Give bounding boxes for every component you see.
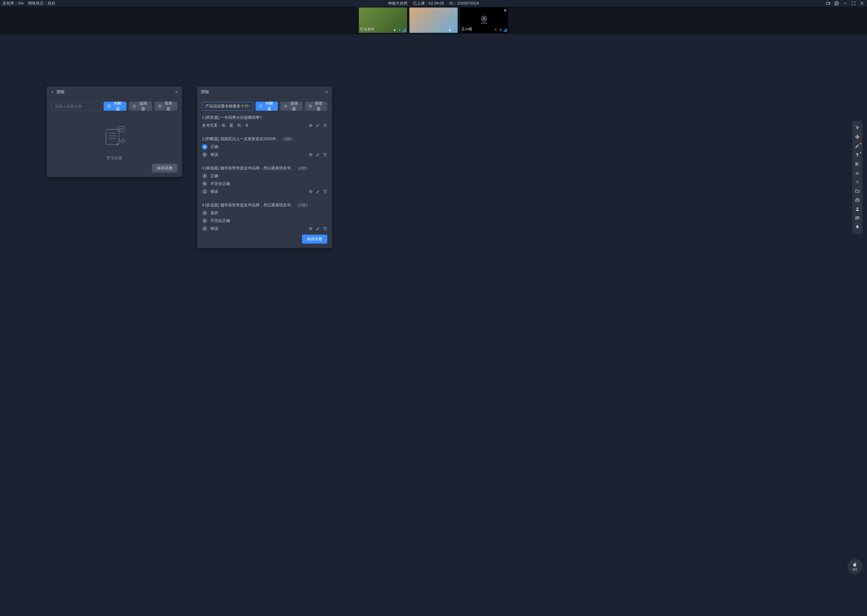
option-badge: A bbox=[202, 210, 207, 216]
question-option[interactable]: C错误 bbox=[202, 226, 327, 231]
video-tile-student[interactable]: ✕ Nina bbox=[410, 8, 457, 33]
svg-point-8 bbox=[483, 18, 485, 20]
svg-point-17 bbox=[119, 129, 120, 130]
save-paper-button[interactable]: 保存试卷 bbox=[152, 163, 177, 173]
delete-icon[interactable] bbox=[323, 226, 327, 231]
svg-rect-0 bbox=[826, 2, 829, 5]
empty-illustration-icon bbox=[101, 124, 128, 151]
option-label: 正确 bbox=[210, 173, 218, 179]
svg-point-31 bbox=[858, 217, 859, 218]
question-option[interactable]: C错误 bbox=[202, 189, 327, 194]
question-option[interactable]: A是的 bbox=[202, 210, 327, 216]
svg-point-28 bbox=[856, 207, 858, 209]
camera-off-icon bbox=[478, 14, 490, 26]
question-title: 2 [判断题] 我国宪法上一次更新是在2020年。 （2分） bbox=[202, 136, 327, 141]
add-choice-button[interactable]: 选择题 bbox=[129, 102, 152, 111]
video-name: 叮当老师 bbox=[360, 27, 375, 32]
paper-name-input[interactable] bbox=[52, 102, 101, 111]
question-option[interactable]: B不完全正确 bbox=[202, 218, 327, 223]
video-name: Nina bbox=[411, 28, 418, 32]
empty-text: 暂无试题 bbox=[107, 155, 122, 160]
edit-icon[interactable] bbox=[316, 123, 320, 127]
close-icon[interactable] bbox=[859, 1, 865, 6]
back-icon[interactable] bbox=[50, 90, 55, 94]
video-tile-teacher[interactable]: 叮当老师 bbox=[359, 8, 407, 33]
settings-icon[interactable] bbox=[834, 1, 839, 6]
laser-tool-icon[interactable] bbox=[852, 178, 862, 187]
session-id: ID：2020070324 bbox=[449, 1, 479, 6]
option-badge: C bbox=[202, 189, 207, 194]
svg-point-25 bbox=[857, 181, 858, 182]
volume-indicator-icon bbox=[504, 28, 507, 32]
user-icon[interactable] bbox=[852, 204, 862, 214]
question-block: 2 [判断题] 我国宪法上一次更新是在2020年。 （2分）A正确B错误 bbox=[202, 136, 327, 161]
delete-icon[interactable] bbox=[323, 123, 327, 127]
move-icon[interactable] bbox=[309, 190, 313, 194]
option-badge: C bbox=[202, 226, 207, 231]
delete-icon[interactable] bbox=[323, 152, 327, 157]
raise-hand-counter[interactable]: 0/2 bbox=[847, 559, 862, 574]
delete-icon[interactable] bbox=[323, 190, 327, 194]
question-block: 3 [单选题] 施华洛世奇是反华品牌，所以梁鼎琪反华。 （2分）A正确B不完全正… bbox=[202, 165, 327, 198]
option-label: 正确 bbox=[210, 144, 218, 149]
video-name: 王小明 bbox=[461, 27, 472, 32]
move-icon[interactable] bbox=[309, 123, 313, 127]
pen-tool-icon[interactable] bbox=[852, 141, 862, 150]
video-tile-student[interactable]: ✕ 王小明 bbox=[460, 8, 508, 33]
fullscreen-icon[interactable] bbox=[851, 1, 856, 6]
panel-title: 测验 bbox=[201, 90, 209, 95]
add-short-answer-button[interactable]: 简答题 bbox=[305, 102, 327, 111]
eraser-tool-icon[interactable] bbox=[852, 168, 862, 178]
chat-icon[interactable] bbox=[852, 214, 862, 223]
network-status: 网络状态：良好 bbox=[28, 1, 55, 6]
close-icon[interactable]: ✕ bbox=[325, 90, 328, 94]
question-title: 3 [单选题] 施华洛世奇是反华品牌，所以梁鼎琪反华。 （2分） bbox=[202, 165, 327, 171]
close-icon[interactable]: ✕ bbox=[175, 90, 178, 94]
add-judge-button[interactable]: 判断题 bbox=[255, 102, 278, 111]
status-bar: 丢包率：0% 网络状态：良好 神秘大自然 已上课：02:34:09 ID：202… bbox=[0, 0, 867, 6]
quiz-panel-empty: 测验 ✕ 判断题 选择题 简答题 bbox=[47, 86, 182, 177]
video-close-icon[interactable]: ✕ bbox=[453, 8, 456, 13]
toolbox-icon[interactable] bbox=[852, 195, 862, 204]
quiz-panel-edit: 测验 ✕ 判断题 选择题 简答题 1 [简答题] 一年四季分别是哪四季?参考 bbox=[197, 86, 332, 248]
move-icon[interactable] bbox=[309, 226, 313, 231]
edit-icon[interactable] bbox=[316, 190, 320, 194]
question-option[interactable]: B不完全正确 bbox=[202, 181, 327, 187]
question-answer: 参考答案：春、夏、秋、冬 bbox=[202, 123, 327, 128]
move-icon[interactable] bbox=[309, 152, 313, 157]
save-paper-button[interactable]: 保存试卷 bbox=[302, 235, 327, 244]
edit-icon[interactable] bbox=[316, 152, 320, 157]
move-tool-icon[interactable] bbox=[852, 132, 862, 141]
add-short-answer-button[interactable]: 简答题 bbox=[154, 102, 177, 111]
hand-count: 0/2 bbox=[853, 567, 857, 571]
text-tool-icon[interactable] bbox=[852, 150, 862, 159]
video-close-icon[interactable]: ✕ bbox=[504, 8, 507, 13]
option-label: 不完全正确 bbox=[210, 181, 230, 187]
pointer-tool-icon[interactable] bbox=[852, 123, 862, 132]
scissors-tool-icon[interactable] bbox=[852, 159, 862, 168]
question-block: 1 [简答题] 一年四季分别是哪四季?参考答案：春、夏、秋、冬 bbox=[202, 115, 327, 132]
empty-state: 暂无试题 bbox=[52, 115, 177, 160]
question-option[interactable]: A正确 bbox=[202, 144, 327, 149]
question-title: 1 [简答题] 一年四季分别是哪四季? bbox=[202, 115, 327, 120]
svg-rect-10 bbox=[108, 105, 110, 107]
add-choice-button[interactable]: 选择题 bbox=[280, 102, 303, 111]
option-badge: A bbox=[202, 173, 207, 179]
edit-icon[interactable] bbox=[316, 226, 320, 231]
record-icon[interactable] bbox=[826, 1, 831, 6]
svg-point-1 bbox=[836, 3, 837, 4]
svg-point-24 bbox=[856, 164, 857, 165]
question-title: 4 [多选题] 施华洛世奇是反华品牌，所以梁鼎琪反华。 （2分） bbox=[202, 203, 327, 208]
volume-indicator-icon bbox=[402, 28, 406, 32]
question-option[interactable]: A正确 bbox=[202, 173, 327, 179]
side-toolbar bbox=[852, 121, 862, 234]
minimize-icon[interactable] bbox=[842, 1, 848, 6]
course-title: 神秘大自然 bbox=[388, 1, 408, 6]
folder-icon[interactable] bbox=[852, 187, 862, 195]
option-label: 是的 bbox=[210, 210, 218, 216]
question-block: 4 [多选题] 施华洛世奇是反华品牌，所以梁鼎琪反华。 （2分）A是的B不完全正… bbox=[202, 203, 327, 231]
bell-icon[interactable] bbox=[852, 223, 862, 232]
question-option[interactable]: B错误 bbox=[202, 152, 327, 157]
paper-name-input[interactable] bbox=[202, 102, 253, 111]
add-judge-button[interactable]: 判断题 bbox=[104, 102, 126, 111]
